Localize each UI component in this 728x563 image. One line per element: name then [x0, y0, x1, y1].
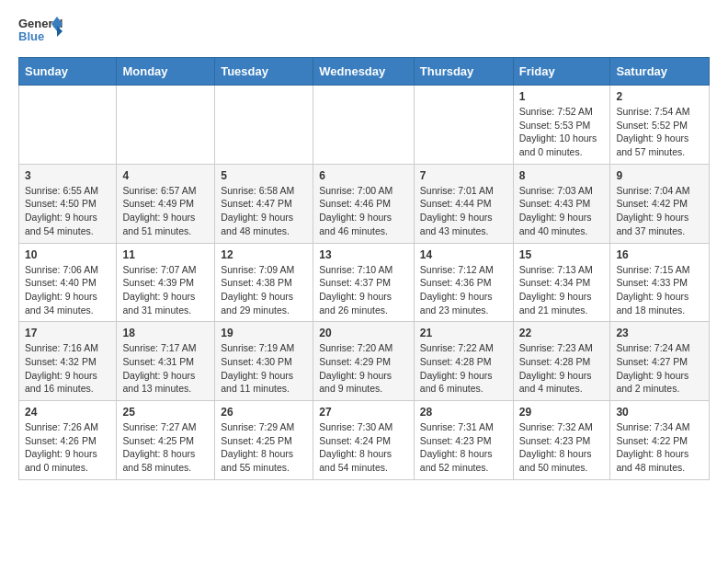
day-info: Sunrise: 6:58 AM Sunset: 4:47 PM Dayligh…	[221, 184, 307, 238]
day-cell	[19, 86, 117, 165]
day-cell: 6Sunrise: 7:00 AM Sunset: 4:46 PM Daylig…	[313, 164, 415, 243]
day-info: Sunrise: 7:32 AM Sunset: 4:23 PM Dayligh…	[519, 420, 605, 475]
weekday-header-monday: Monday	[117, 58, 215, 86]
day-cell: 7Sunrise: 7:01 AM Sunset: 4:44 PM Daylig…	[414, 164, 513, 243]
week-row-4: 17Sunrise: 7:16 AM Sunset: 4:32 PM Dayli…	[19, 322, 710, 401]
day-number: 18	[122, 327, 209, 339]
day-info: Sunrise: 7:09 AM Sunset: 4:38 PM Dayligh…	[221, 263, 307, 317]
day-cell: 3Sunrise: 6:55 AM Sunset: 4:50 PM Daylig…	[19, 164, 117, 243]
day-cell: 29Sunrise: 7:32 AM Sunset: 4:23 PM Dayli…	[513, 401, 610, 480]
day-info: Sunrise: 7:52 AM Sunset: 5:53 PM Dayligh…	[519, 105, 605, 159]
day-cell: 27Sunrise: 7:30 AM Sunset: 4:24 PM Dayli…	[313, 401, 415, 480]
day-number: 6	[319, 169, 408, 182]
weekday-header-row: SundayMondayTuesdayWednesdayThursdayFrid…	[19, 58, 710, 86]
day-info: Sunrise: 7:27 AM Sunset: 4:25 PM Dayligh…	[122, 420, 209, 475]
day-info: Sunrise: 7:23 AM Sunset: 4:28 PM Dayligh…	[519, 341, 605, 396]
day-number: 27	[319, 406, 408, 419]
day-info: Sunrise: 7:31 AM Sunset: 4:23 PM Dayligh…	[420, 420, 507, 475]
day-info: Sunrise: 7:00 AM Sunset: 4:46 PM Dayligh…	[319, 184, 408, 238]
day-number: 14	[420, 248, 507, 261]
day-number: 29	[519, 406, 605, 419]
day-number: 15	[519, 248, 605, 261]
day-cell: 15Sunrise: 7:13 AM Sunset: 4:34 PM Dayli…	[513, 243, 610, 322]
day-info: Sunrise: 7:07 AM Sunset: 4:39 PM Dayligh…	[122, 263, 209, 317]
day-cell: 26Sunrise: 7:29 AM Sunset: 4:25 PM Dayli…	[215, 401, 313, 480]
day-cell	[215, 86, 313, 165]
weekday-header-tuesday: Tuesday	[215, 58, 313, 86]
day-cell: 19Sunrise: 7:19 AM Sunset: 4:30 PM Dayli…	[215, 322, 313, 401]
day-number: 26	[221, 406, 307, 419]
day-info: Sunrise: 7:20 AM Sunset: 4:29 PM Dayligh…	[319, 341, 408, 396]
day-number: 17	[25, 327, 110, 339]
weekday-header-wednesday: Wednesday	[313, 58, 415, 86]
day-info: Sunrise: 7:34 AM Sunset: 4:22 PM Dayligh…	[616, 420, 703, 475]
calendar: SundayMondayTuesdayWednesdayThursdayFrid…	[18, 57, 710, 480]
weekday-header-thursday: Thursday	[414, 58, 513, 86]
day-number: 11	[122, 248, 209, 261]
day-cell: 4Sunrise: 6:57 AM Sunset: 4:49 PM Daylig…	[117, 164, 215, 243]
svg-text:Blue: Blue	[18, 29, 44, 43]
day-cell: 13Sunrise: 7:10 AM Sunset: 4:37 PM Dayli…	[313, 243, 415, 322]
day-info: Sunrise: 7:54 AM Sunset: 5:52 PM Dayligh…	[616, 105, 703, 159]
day-cell: 12Sunrise: 7:09 AM Sunset: 4:38 PM Dayli…	[215, 243, 313, 322]
day-number: 5	[221, 169, 307, 182]
day-number: 10	[25, 248, 110, 261]
day-cell: 21Sunrise: 7:22 AM Sunset: 4:28 PM Dayli…	[414, 322, 513, 401]
day-info: Sunrise: 7:10 AM Sunset: 4:37 PM Dayligh…	[319, 263, 408, 317]
day-cell: 16Sunrise: 7:15 AM Sunset: 4:33 PM Dayli…	[610, 243, 710, 322]
day-cell	[313, 86, 415, 165]
day-number: 23	[616, 327, 703, 339]
logo-icon: General Blue	[18, 15, 63, 48]
day-number: 19	[221, 327, 307, 339]
day-number: 4	[122, 169, 209, 182]
header: General Blue	[18, 15, 710, 48]
week-row-5: 24Sunrise: 7:26 AM Sunset: 4:26 PM Dayli…	[19, 401, 710, 480]
day-info: Sunrise: 7:13 AM Sunset: 4:34 PM Dayligh…	[519, 263, 605, 317]
day-number: 9	[616, 169, 703, 182]
day-number: 8	[519, 169, 605, 182]
day-cell: 11Sunrise: 7:07 AM Sunset: 4:39 PM Dayli…	[117, 243, 215, 322]
week-row-1: 1Sunrise: 7:52 AM Sunset: 5:53 PM Daylig…	[19, 86, 710, 165]
weekday-header-friday: Friday	[513, 58, 610, 86]
day-info: Sunrise: 7:17 AM Sunset: 4:31 PM Dayligh…	[122, 341, 209, 396]
day-cell: 30Sunrise: 7:34 AM Sunset: 4:22 PM Dayli…	[610, 401, 710, 480]
day-info: Sunrise: 7:01 AM Sunset: 4:44 PM Dayligh…	[420, 184, 507, 238]
day-cell: 10Sunrise: 7:06 AM Sunset: 4:40 PM Dayli…	[19, 243, 117, 322]
day-cell: 20Sunrise: 7:20 AM Sunset: 4:29 PM Dayli…	[313, 322, 415, 401]
day-info: Sunrise: 7:04 AM Sunset: 4:42 PM Dayligh…	[616, 184, 703, 238]
day-info: Sunrise: 6:57 AM Sunset: 4:49 PM Dayligh…	[122, 184, 209, 238]
day-info: Sunrise: 7:19 AM Sunset: 4:30 PM Dayligh…	[221, 341, 307, 396]
day-info: Sunrise: 7:15 AM Sunset: 4:33 PM Dayligh…	[616, 263, 703, 317]
day-cell: 14Sunrise: 7:12 AM Sunset: 4:36 PM Dayli…	[414, 243, 513, 322]
day-info: Sunrise: 6:55 AM Sunset: 4:50 PM Dayligh…	[25, 184, 110, 238]
day-cell: 5Sunrise: 6:58 AM Sunset: 4:47 PM Daylig…	[215, 164, 313, 243]
day-info: Sunrise: 7:16 AM Sunset: 4:32 PM Dayligh…	[25, 341, 110, 396]
day-number: 13	[319, 248, 408, 261]
day-number: 16	[616, 248, 703, 261]
day-info: Sunrise: 7:29 AM Sunset: 4:25 PM Dayligh…	[221, 420, 307, 475]
day-number: 22	[519, 327, 605, 339]
day-cell: 28Sunrise: 7:31 AM Sunset: 4:23 PM Dayli…	[414, 401, 513, 480]
day-cell: 22Sunrise: 7:23 AM Sunset: 4:28 PM Dayli…	[513, 322, 610, 401]
day-cell: 23Sunrise: 7:24 AM Sunset: 4:27 PM Dayli…	[610, 322, 710, 401]
day-info: Sunrise: 7:30 AM Sunset: 4:24 PM Dayligh…	[319, 420, 408, 475]
day-number: 2	[616, 90, 703, 103]
day-info: Sunrise: 7:03 AM Sunset: 4:43 PM Dayligh…	[519, 184, 605, 238]
day-cell: 2Sunrise: 7:54 AM Sunset: 5:52 PM Daylig…	[610, 86, 710, 165]
weekday-header-saturday: Saturday	[610, 58, 710, 86]
day-info: Sunrise: 7:12 AM Sunset: 4:36 PM Dayligh…	[420, 263, 507, 317]
day-info: Sunrise: 7:22 AM Sunset: 4:28 PM Dayligh…	[420, 341, 507, 396]
day-cell	[414, 86, 513, 165]
week-row-2: 3Sunrise: 6:55 AM Sunset: 4:50 PM Daylig…	[19, 164, 710, 243]
day-info: Sunrise: 7:26 AM Sunset: 4:26 PM Dayligh…	[25, 420, 110, 475]
day-cell: 25Sunrise: 7:27 AM Sunset: 4:25 PM Dayli…	[117, 401, 215, 480]
day-cell: 24Sunrise: 7:26 AM Sunset: 4:26 PM Dayli…	[19, 401, 117, 480]
day-number: 20	[319, 327, 408, 339]
day-cell: 18Sunrise: 7:17 AM Sunset: 4:31 PM Dayli…	[117, 322, 215, 401]
day-cell: 17Sunrise: 7:16 AM Sunset: 4:32 PM Dayli…	[19, 322, 117, 401]
day-number: 1	[519, 90, 605, 103]
day-info: Sunrise: 7:24 AM Sunset: 4:27 PM Dayligh…	[616, 341, 703, 396]
week-row-3: 10Sunrise: 7:06 AM Sunset: 4:40 PM Dayli…	[19, 243, 710, 322]
day-cell: 8Sunrise: 7:03 AM Sunset: 4:43 PM Daylig…	[513, 164, 610, 243]
day-number: 7	[420, 169, 507, 182]
